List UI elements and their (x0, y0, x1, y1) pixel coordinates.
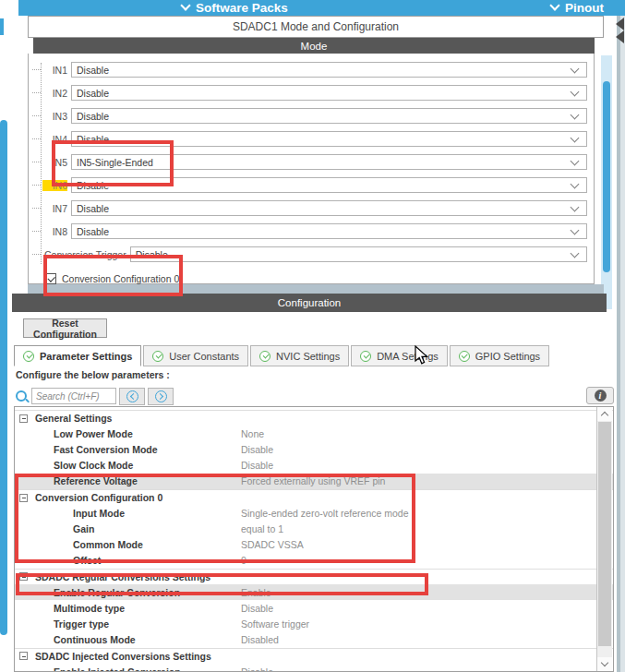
search-prev-button[interactable] (119, 388, 145, 405)
left-scrollbar-fragment[interactable] (0, 18, 4, 35)
parameter-label: General Settings (35, 413, 112, 424)
mode-channel-row: IN3 Disable (32, 108, 587, 124)
channel-mode-dropdown[interactable]: Disable (71, 108, 587, 124)
dropdown-value: Disable (72, 65, 109, 76)
parameter-row[interactable]: Slow Clock Mode Disable (15, 458, 613, 474)
dropdown-value: Disable (72, 111, 109, 122)
parameter-row[interactable]: General Settings (15, 410, 613, 426)
chevron-left-circle-icon (126, 390, 138, 402)
dropdown-value: Disable (72, 88, 109, 99)
panel-scrollbar-thumb[interactable] (603, 81, 610, 272)
channel-mode-dropdown[interactable]: Disable (71, 200, 587, 216)
tree-stub-line (32, 185, 41, 186)
search-next-button[interactable] (148, 388, 174, 405)
scroll-up-button[interactable] (597, 407, 612, 421)
tree-scrollbar-thumb[interactable] (598, 422, 611, 646)
reset-configuration-button[interactable]: Reset Configuration (23, 318, 107, 338)
chevron-down-icon (571, 87, 580, 96)
parameter-label: Trigger type (54, 618, 109, 630)
mode-header-label: Mode (301, 41, 328, 52)
panel-scrollbar-track[interactable] (601, 55, 612, 309)
tree-stub-line (32, 254, 41, 255)
parameter-label: Multimode type (54, 603, 125, 614)
search-input[interactable] (31, 388, 116, 404)
mode-channel-row: IN7 Disable (32, 200, 587, 216)
parameter-label: Low Power Mode (54, 428, 133, 439)
chevron-down-icon (571, 156, 580, 165)
page-title: SDADC1 Mode and Configuration (233, 20, 399, 33)
top-menu-bar: Software Packs Pinout (18, 0, 625, 16)
search-icon (15, 390, 29, 403)
right-panel-edge-light (620, 16, 625, 672)
menu-software-packs[interactable]: Software Packs (182, 0, 288, 17)
parameter-row[interactable]: Fast Conversion Mode Disable (15, 441, 613, 457)
tree-stub-line (32, 208, 41, 209)
left-scrollbar-thumb[interactable] (0, 120, 7, 635)
parameter-value: Disable (241, 460, 273, 471)
scroll-down-button[interactable] (597, 657, 612, 671)
chevron-down-icon (571, 202, 580, 211)
channel-mode-dropdown[interactable]: Disable (71, 62, 587, 78)
tree-stub-line (32, 69, 41, 70)
tab-label: NVIC Settings (276, 351, 340, 362)
parameter-label: Continuous Mode (54, 634, 136, 645)
chevron-down-icon (571, 225, 580, 234)
parameters-caption: Configure the below parameters : (16, 369, 170, 380)
chevron-down-icon (571, 133, 580, 142)
channel-label: IN7 (42, 203, 67, 214)
settings-tab[interactable]: DMA Settings (351, 345, 448, 366)
parameter-row[interactable]: Continuous Mode Disabled (15, 632, 613, 648)
channel-mode-dropdown[interactable]: Disable (71, 85, 587, 101)
tree-scrollbar-track[interactable] (596, 407, 612, 671)
parameter-row[interactable]: SDADC Injected Conversions Settings (15, 648, 613, 664)
channel-mode-dropdown[interactable]: Disable (130, 246, 587, 262)
annotation-box-in5 (52, 140, 174, 186)
settings-tab[interactable]: Parameter Settings (14, 345, 141, 366)
collapse-icon[interactable] (19, 414, 28, 423)
channel-label: IN1 (42, 65, 67, 76)
tab-label: Parameter Settings (40, 351, 132, 362)
sdadc1-config-screen: Software Packs Pinout SDADC1 Mode and Co… (0, 0, 625, 672)
check-circle-icon (259, 351, 270, 362)
settings-tab[interactable]: User Constants (143, 345, 248, 366)
parameter-row[interactable]: Multimode type Disable (15, 600, 613, 616)
collapse-icon[interactable] (19, 652, 28, 660)
chevron-up-icon (601, 412, 608, 419)
tree-stub-line (32, 162, 41, 162)
chevron-down-icon (571, 179, 580, 188)
parameter-label: Fast Conversion Mode (54, 444, 158, 455)
parameter-label: Slow Clock Mode (54, 460, 133, 471)
chevron-down-icon (601, 659, 608, 666)
tree-stub-line (32, 138, 41, 139)
info-button[interactable]: i (586, 387, 614, 404)
channel-mode-dropdown[interactable]: Disable (71, 223, 587, 239)
menu-software-packs-label: Software Packs (196, 1, 288, 15)
chevron-down-icon (571, 110, 580, 119)
chevron-down-icon (571, 64, 580, 73)
parameter-value: Disable (241, 444, 273, 455)
parameter-row[interactable]: Trigger type Software trigger (15, 616, 613, 631)
parameter-value: Disable (241, 666, 273, 672)
channel-label: IN3 (42, 111, 67, 122)
collapse-panel-icon[interactable] (616, 18, 624, 30)
channel-label: IN2 (42, 88, 67, 99)
chevron-down-icon (180, 0, 190, 10)
parameter-value: Disabled (241, 634, 279, 645)
parameter-value: Disable (241, 603, 273, 614)
mode-channel-row: IN8 Disable (32, 223, 587, 239)
panel-title-bar: SDADC1 Mode and Configuration (28, 16, 604, 38)
mode-section-header: Mode (33, 38, 595, 54)
chevron-right-circle-icon (155, 390, 167, 402)
check-circle-icon (23, 351, 34, 362)
tab-label: GPIO Settings (475, 351, 540, 362)
menu-pinout[interactable]: Pinout (551, 0, 604, 17)
annotation-box-conversion-config (43, 255, 183, 296)
parameter-row[interactable]: Low Power Mode None (15, 426, 613, 441)
settings-tab[interactable]: NVIC Settings (250, 345, 349, 366)
parameter-label: Enable Injected Conversion (54, 666, 181, 672)
collapse-panel-icon[interactable] (616, 30, 624, 43)
settings-tab[interactable]: GPIO Settings (450, 345, 549, 366)
channel-label: IN8 (42, 226, 67, 237)
parameter-row[interactable]: Enable Injected Conversion Disable (15, 664, 613, 672)
parameter-label: SDADC Injected Conversions Settings (35, 651, 211, 662)
